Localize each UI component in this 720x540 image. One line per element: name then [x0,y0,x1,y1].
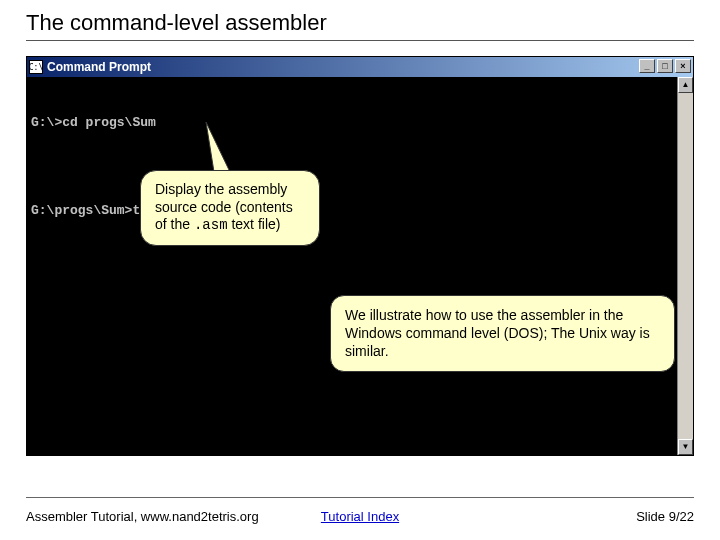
minimize-button[interactable]: _ [639,59,655,73]
callout-text: text file) [228,216,281,232]
maximize-button[interactable]: □ [657,59,673,73]
terminal-line: G:\progs\Sum>type Sum.asm [31,202,673,220]
footer: Assembler Tutorial, www.nand2tetris.org … [26,509,694,524]
window-body: G:\>cd progs\Sum G:\progs\Sum>type Sum.a… [27,77,693,455]
close-button[interactable]: × [675,59,691,73]
scroll-down-button[interactable]: ▼ [678,439,693,455]
callout-explanation: We illustrate how to use the assembler i… [330,295,675,372]
slide-title: The command-level assembler [26,10,327,36]
slide-number: Slide 9/22 [636,509,694,524]
svg-marker-0 [206,122,230,172]
title-divider [26,40,694,41]
window-controls: _ □ × [639,59,691,73]
terminal-line: G:\>cd progs\Sum [31,114,673,132]
callout-code: .asm [194,217,228,233]
footer-source: Assembler Tutorial, www.nand2tetris.org [26,509,259,524]
tutorial-index-link[interactable]: Tutorial Index [321,509,399,524]
window-titlebar: C:\ Command Prompt _ □ × [27,57,693,77]
footer-divider [26,497,694,498]
callout-display-source: Display the assembly source code (conten… [140,170,320,246]
command-prompt-window: C:\ Command Prompt _ □ × G:\>cd progs\Su… [26,56,694,456]
vertical-scrollbar[interactable]: ▲ ▼ [677,77,693,455]
cmd-icon: C:\ [29,60,43,74]
scroll-up-button[interactable]: ▲ [678,77,693,93]
window-title: Command Prompt [47,60,151,74]
scroll-track[interactable] [678,93,693,439]
terminal-output: G:\>cd progs\Sum G:\progs\Sum>type Sum.a… [27,77,677,455]
